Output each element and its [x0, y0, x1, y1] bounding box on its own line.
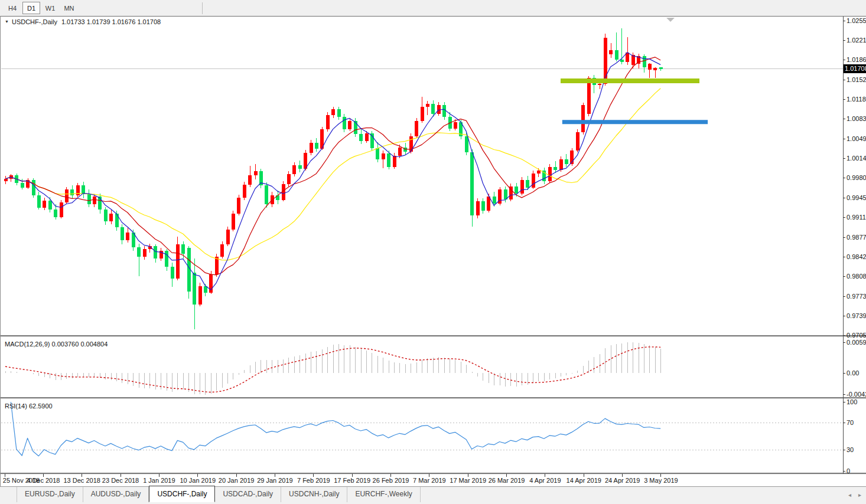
candle-body: [331, 109, 335, 115]
chart-ohlc-values: 1.01733 1.01739 1.01676 1.01708: [61, 18, 161, 25]
chart-tab-bar: EURUSD-,DailyAUDUSD-,DailyUSDCHF-,DailyU…: [0, 486, 866, 504]
candle-body: [387, 153, 390, 166]
candle-body: [348, 121, 351, 129]
candle-body: [215, 257, 219, 274]
rsi-label: RSI(14) 62.5900: [5, 402, 53, 410]
candle-body: [298, 165, 302, 169]
candle-body: [187, 248, 191, 292]
candle-body: [426, 104, 429, 107]
candle-body: [626, 53, 629, 62]
candle-body: [198, 286, 202, 305]
terminal-window: H4 D1 W1 MN ▼USDCHF-,Daily1.01733 1.0173…: [0, 0, 866, 504]
candle-body: [648, 64, 652, 70]
candle-body: [193, 273, 196, 304]
candle-body: [237, 198, 240, 214]
candle-body: [87, 194, 91, 204]
chart-tab-usdcnh-daily[interactable]: USDCNH-,Daily: [281, 487, 347, 502]
candle-body: [393, 156, 396, 166]
candle-body: [232, 214, 235, 230]
candle-body: [126, 233, 129, 240]
candle-body: [137, 247, 141, 257]
candle-body: [315, 143, 318, 149]
candle-body: [48, 201, 52, 210]
candle-body: [581, 105, 585, 133]
candle-body: [659, 67, 663, 68]
candle-body: [421, 107, 424, 121]
collapse-indicators-icon[interactable]: ▼: [5, 19, 9, 24]
candle-body: [481, 201, 485, 211]
chart-tab-eurusd-daily[interactable]: EURUSD-,Daily: [17, 487, 83, 502]
candle-body: [165, 251, 168, 267]
macd-label: MACD(12,26,9) 0.003760 0.004804: [5, 341, 108, 348]
candle-body: [70, 189, 74, 195]
candle-body: [254, 171, 258, 175]
candle-body: [609, 50, 613, 55]
candle-body: [226, 230, 230, 244]
candle-body: [248, 175, 252, 185]
candle-body: [615, 50, 618, 60]
candle-body: [121, 227, 124, 240]
candle-body: [243, 185, 246, 198]
candle-body: [476, 201, 480, 215]
chart-tab-eurchf-weekly[interactable]: EURCHF-,Weekly: [347, 487, 420, 502]
chart-symbol-label: USDCHF-,Daily: [12, 18, 57, 25]
candle-body: [60, 202, 63, 217]
candle-body: [504, 189, 507, 199]
candle-body: [454, 122, 457, 129]
candle-body: [76, 185, 80, 195]
candle-body: [32, 180, 35, 195]
candle-body: [54, 210, 57, 217]
tab-scroll-left-button[interactable]: ◂: [848, 492, 851, 498]
candle-body: [587, 78, 591, 114]
candle-body: [431, 104, 435, 114]
candle-body: [209, 274, 213, 293]
candle-body: [93, 197, 96, 204]
candle-body: [176, 244, 180, 279]
chart-tab-usdchf-daily[interactable]: USDCHF-,Daily: [149, 486, 215, 502]
candle-body: [515, 186, 518, 194]
candle-body: [82, 185, 85, 195]
candle-body: [154, 246, 157, 258]
candle-body: [21, 183, 24, 188]
candle-body: [337, 109, 341, 117]
candle-body: [365, 133, 369, 141]
candle-body: [565, 159, 568, 164]
candle-body: [576, 132, 579, 150]
candle-body: [310, 143, 313, 153]
candle-body: [559, 159, 563, 170]
ma-fast-line: [5, 53, 660, 290]
candle-body: [437, 105, 441, 114]
candle-body: [326, 115, 330, 129]
candle-body: [65, 189, 69, 202]
candle-body: [442, 105, 446, 117]
tab-scroll-right-button[interactable]: ▸: [858, 492, 861, 498]
candle-body: [181, 244, 185, 254]
candle-body: [620, 60, 624, 62]
candle-body: [415, 121, 418, 136]
candle-body: [382, 153, 385, 159]
candle-body: [520, 180, 524, 194]
candle-body: [653, 68, 657, 71]
candle-body: [287, 174, 291, 184]
candle-body: [526, 180, 529, 188]
candle-body: [493, 197, 496, 204]
candle-body: [171, 267, 174, 278]
candle-body: [220, 244, 224, 257]
chart-tab-audusd-daily[interactable]: AUDUSD-,Daily: [83, 487, 149, 502]
candle-body: [109, 214, 113, 221]
chart-canvas[interactable]: [0, 0, 866, 504]
candle-body: [104, 210, 108, 221]
candle-body: [292, 165, 296, 175]
candle-body: [465, 136, 468, 152]
candle-body: [643, 56, 646, 67]
candle-body: [376, 148, 379, 159]
candle-body: [37, 195, 41, 207]
chart-tab-usdcad-daily[interactable]: USDCAD-,Daily: [215, 487, 281, 502]
candle-body: [359, 134, 363, 141]
candle-body: [43, 201, 46, 208]
candle-body: [143, 249, 146, 257]
candle-body: [343, 117, 346, 129]
chart-title: ▼USDCHF-,Daily1.01733 1.01739 1.01676 1.…: [5, 18, 161, 25]
candle-body: [398, 148, 402, 156]
candle-body: [4, 179, 8, 181]
